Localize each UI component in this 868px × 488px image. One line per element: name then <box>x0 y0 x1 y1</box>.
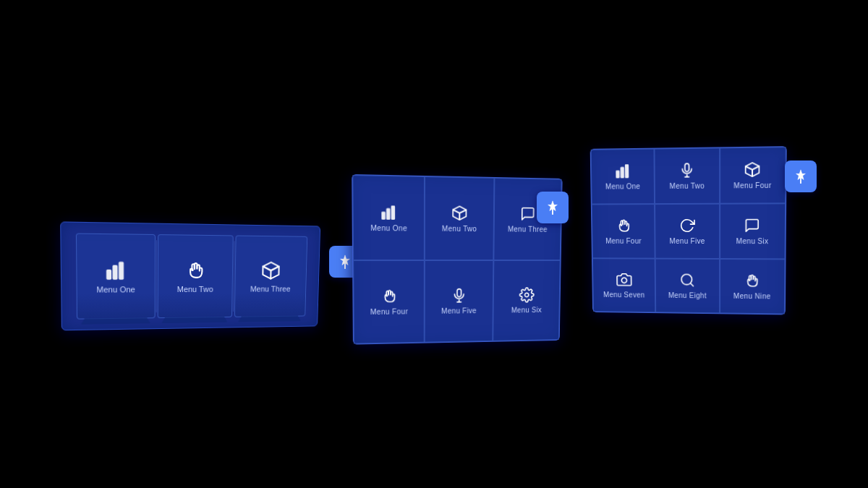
svg-line-20 <box>690 283 693 286</box>
right-menu-item-7[interactable]: Menu Seven <box>592 258 656 312</box>
right-menu-label-3: Menu Four <box>733 181 771 190</box>
right-menu-label-8: Menu Eight <box>668 291 707 299</box>
cube-icon-right3 <box>744 161 761 178</box>
right-menu-item-2[interactable]: Menu Two <box>655 147 720 204</box>
left-menu-label-2: Menu Two <box>177 284 213 293</box>
mid-menu-label-2: Menu Two <box>442 225 477 233</box>
panel-left: Menu One Menu Two Menu Three <box>60 221 320 330</box>
hand-icon-mid4 <box>381 288 398 304</box>
gear-icon-mid6 <box>519 287 535 303</box>
left-menu-label-3: Menu Three <box>250 284 291 293</box>
mic-icon-mid5 <box>451 288 467 304</box>
svg-rect-5 <box>387 209 390 219</box>
mid-menu-label-5: Menu Five <box>441 307 477 314</box>
right-menu-item-1[interactable]: Menu One <box>591 149 655 205</box>
search-icon-right8 <box>679 273 695 288</box>
right-menu-item-8[interactable]: Menu Eight <box>655 259 720 314</box>
pin-icon-mid <box>545 200 561 215</box>
right-menu-label-4: Menu Four <box>605 237 642 245</box>
left-menu-item-3[interactable]: Menu Three <box>234 235 307 317</box>
right-menu-item-3[interactable]: Menu Four <box>720 147 786 204</box>
chat-icon-mid3 <box>520 206 536 222</box>
right-menu-label-6: Menu Six <box>736 237 769 245</box>
chat-icon-right6 <box>744 218 761 234</box>
cube-icon-mid2 <box>451 205 467 221</box>
mid-menu-item-6[interactable]: Menu Six <box>493 260 560 341</box>
right-menu-label-5: Menu Five <box>669 237 705 245</box>
hand2-icon-right9 <box>744 273 760 288</box>
panel-mid: Menu One Menu Two Menu Three Menu <box>352 174 562 345</box>
divider-1 <box>156 241 156 312</box>
pin-icon-right <box>793 168 809 184</box>
right-menu-item-6[interactable]: Menu Six <box>720 203 786 259</box>
svg-rect-1 <box>114 265 117 278</box>
mic-icon-right2 <box>679 162 695 179</box>
right-menu-label-7: Menu Seven <box>603 291 644 299</box>
right-menu-label-1: Menu One <box>605 182 640 190</box>
svg-rect-2 <box>119 262 123 279</box>
mid-menu-item-4[interactable]: Menu Four <box>353 260 425 344</box>
left-menu-item-2[interactable]: Menu Two <box>157 234 233 318</box>
mid-menu-item-2[interactable]: Menu Two <box>425 176 495 260</box>
refresh-icon-right5 <box>679 218 695 234</box>
svg-rect-0 <box>107 270 111 278</box>
svg-rect-7 <box>457 289 461 297</box>
mid-menu-label-3: Menu Three <box>508 225 548 233</box>
bar-chart-icon-mid1 <box>380 204 397 221</box>
svg-point-10 <box>525 293 529 296</box>
left-menu-label-1: Menu One <box>96 285 135 294</box>
hand-icon <box>185 260 205 280</box>
right-menu-label-9: Menu Nine <box>733 292 771 300</box>
svg-rect-12 <box>616 171 619 177</box>
mid-menu-label-1: Menu One <box>370 224 407 233</box>
hand-icon-right4 <box>616 218 631 234</box>
svg-rect-15 <box>685 163 689 171</box>
svg-rect-6 <box>391 206 394 219</box>
svg-point-18 <box>621 278 626 283</box>
bar-chart-icon <box>106 260 127 281</box>
pin-button-mid[interactable] <box>537 192 569 223</box>
svg-rect-4 <box>382 212 385 218</box>
right-menu-item-9[interactable]: Menu Nine <box>720 259 786 314</box>
svg-rect-14 <box>625 165 628 178</box>
mid-menu-label-6: Menu Six <box>511 306 542 314</box>
pin-icon-left <box>337 254 353 270</box>
right-menu-item-5[interactable]: Menu Five <box>655 204 719 259</box>
mid-menu-label-4: Menu Four <box>370 307 408 316</box>
panel-right: Menu One Menu Two Menu Four <box>590 146 787 314</box>
mid-menu-item-5[interactable]: Menu Five <box>425 260 494 343</box>
right-menu-label-2: Menu Two <box>670 181 705 189</box>
right-menu-item-4[interactable]: Menu Four <box>592 204 655 259</box>
left-menu-item-1[interactable]: Menu One <box>75 234 155 320</box>
bar-chart-icon-right1 <box>615 163 631 179</box>
cube-icon <box>261 260 281 280</box>
scene: Menu One Menu Two Menu Three <box>0 0 868 488</box>
svg-rect-13 <box>621 168 624 178</box>
camera-icon-right7 <box>616 272 632 288</box>
mid-menu-item-1[interactable]: Menu One <box>352 175 425 260</box>
pin-button-right[interactable] <box>785 160 817 192</box>
